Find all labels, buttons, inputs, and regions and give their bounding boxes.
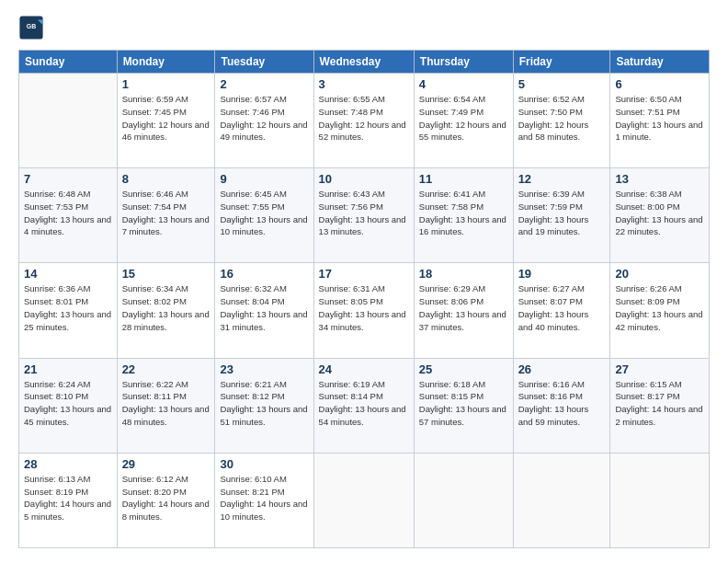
day-info: Sunrise: 6:59 AM Sunset: 7:45 PM Dayligh… [122,93,210,144]
day-info: Sunrise: 6:38 AM Sunset: 8:00 PM Dayligh… [615,188,704,238]
day-number: 23 [220,362,308,376]
calendar-week-row: 14Sunrise: 6:36 AM Sunset: 8:01 PM Dayli… [19,263,710,358]
calendar-cell: 6Sunrise: 6:50 AM Sunset: 7:51 PM Daylig… [610,74,710,168]
calendar-day-header: Friday [513,51,610,74]
day-info: Sunrise: 6:10 AM Sunset: 8:21 PM Dayligh… [220,473,308,523]
day-info: Sunrise: 6:36 AM Sunset: 8:01 PM Dayligh… [24,282,112,333]
calendar-cell: 18Sunrise: 6:29 AM Sunset: 8:06 PM Dayli… [414,263,513,358]
day-number: 16 [220,267,308,281]
calendar-cell: 17Sunrise: 6:31 AM Sunset: 8:05 PM Dayli… [313,263,414,358]
day-info: Sunrise: 6:41 AM Sunset: 7:58 PM Dayligh… [419,188,508,238]
calendar-day-header: Monday [117,51,215,74]
calendar-cell: 1Sunrise: 6:59 AM Sunset: 7:45 PM Daylig… [117,74,215,168]
calendar-table: SundayMondayTuesdayWednesdayThursdayFrid… [18,50,710,548]
calendar-cell: 4Sunrise: 6:54 AM Sunset: 7:49 PM Daylig… [414,74,513,168]
calendar-cell: 20Sunrise: 6:26 AM Sunset: 8:09 PM Dayli… [610,263,710,358]
day-number: 24 [319,362,409,376]
day-info: Sunrise: 6:21 AM Sunset: 8:12 PM Dayligh… [220,378,308,429]
day-info: Sunrise: 6:31 AM Sunset: 8:05 PM Dayligh… [319,282,409,333]
day-info: Sunrise: 6:46 AM Sunset: 7:54 PM Dayligh… [122,188,210,238]
calendar-cell [610,453,710,547]
day-number: 9 [220,172,308,186]
calendar-cell: 29Sunrise: 6:12 AM Sunset: 8:20 PM Dayli… [117,453,215,547]
calendar-cell: 16Sunrise: 6:32 AM Sunset: 8:04 PM Dayli… [215,263,313,358]
day-info: Sunrise: 6:45 AM Sunset: 7:55 PM Dayligh… [220,188,308,238]
day-number: 4 [419,77,508,91]
day-number: 20 [615,267,704,281]
day-number: 26 [518,362,606,376]
day-number: 2 [220,77,308,91]
calendar-cell: 5Sunrise: 6:52 AM Sunset: 7:50 PM Daylig… [513,74,610,168]
day-number: 13 [615,172,704,186]
calendar-cell [313,453,414,547]
day-info: Sunrise: 6:19 AM Sunset: 8:14 PM Dayligh… [319,378,409,429]
calendar-day-header: Sunday [19,51,118,74]
day-info: Sunrise: 6:57 AM Sunset: 7:46 PM Dayligh… [220,93,308,144]
day-info: Sunrise: 6:50 AM Sunset: 7:51 PM Dayligh… [615,93,704,144]
calendar-cell: 25Sunrise: 6:18 AM Sunset: 8:15 PM Dayli… [414,358,513,453]
day-number: 3 [319,77,409,91]
day-number: 7 [24,172,112,186]
day-info: Sunrise: 6:13 AM Sunset: 8:19 PM Dayligh… [24,473,112,523]
calendar-cell: 8Sunrise: 6:46 AM Sunset: 7:54 PM Daylig… [117,168,215,263]
day-info: Sunrise: 6:24 AM Sunset: 8:10 PM Dayligh… [24,378,112,429]
day-number: 10 [319,172,409,186]
calendar-cell: 22Sunrise: 6:22 AM Sunset: 8:11 PM Dayli… [117,358,215,453]
day-info: Sunrise: 6:54 AM Sunset: 7:49 PM Dayligh… [419,93,508,144]
calendar-week-row: 7Sunrise: 6:48 AM Sunset: 7:53 PM Daylig… [19,168,710,263]
day-number: 1 [122,77,210,91]
calendar-cell: 10Sunrise: 6:43 AM Sunset: 7:56 PM Dayli… [313,168,414,263]
page: GB SundayMondayTuesdayWednesdayThursdayF… [0,0,728,563]
logo: GB [18,15,48,40]
day-number: 18 [419,267,508,281]
day-info: Sunrise: 6:43 AM Sunset: 7:56 PM Dayligh… [319,188,409,238]
day-info: Sunrise: 6:12 AM Sunset: 8:20 PM Dayligh… [122,473,210,523]
calendar-cell [414,453,513,547]
calendar-week-row: 21Sunrise: 6:24 AM Sunset: 8:10 PM Dayli… [19,358,710,453]
day-number: 30 [220,457,308,471]
calendar-cell: 2Sunrise: 6:57 AM Sunset: 7:46 PM Daylig… [215,74,313,168]
logo-icon: GB [18,15,44,40]
day-number: 22 [122,362,210,376]
calendar-day-header: Wednesday [313,51,414,74]
calendar-week-row: 1Sunrise: 6:59 AM Sunset: 7:45 PM Daylig… [19,74,710,168]
calendar-cell [19,74,118,168]
day-info: Sunrise: 6:29 AM Sunset: 8:06 PM Dayligh… [419,282,508,333]
calendar-week-row: 28Sunrise: 6:13 AM Sunset: 8:19 PM Dayli… [19,453,710,547]
calendar-day-header: Saturday [610,51,710,74]
day-number: 14 [24,267,112,281]
calendar-cell: 11Sunrise: 6:41 AM Sunset: 7:58 PM Dayli… [414,168,513,263]
day-number: 27 [615,362,704,376]
day-number: 17 [319,267,409,281]
day-info: Sunrise: 6:16 AM Sunset: 8:16 PM Dayligh… [518,378,606,429]
day-info: Sunrise: 6:34 AM Sunset: 8:02 PM Dayligh… [122,282,210,333]
calendar-day-header: Thursday [414,51,513,74]
calendar-cell: 7Sunrise: 6:48 AM Sunset: 7:53 PM Daylig… [19,168,118,263]
calendar-cell [513,453,610,547]
calendar-day-header: Tuesday [215,51,313,74]
calendar-cell: 21Sunrise: 6:24 AM Sunset: 8:10 PM Dayli… [19,358,118,453]
day-number: 8 [122,172,210,186]
day-number: 11 [419,172,508,186]
calendar-cell: 14Sunrise: 6:36 AM Sunset: 8:01 PM Dayli… [19,263,118,358]
calendar-cell: 19Sunrise: 6:27 AM Sunset: 8:07 PM Dayli… [513,263,610,358]
day-number: 29 [122,457,210,471]
calendar-cell: 30Sunrise: 6:10 AM Sunset: 8:21 PM Dayli… [215,453,313,547]
day-info: Sunrise: 6:27 AM Sunset: 8:07 PM Dayligh… [518,282,606,333]
day-number: 21 [24,362,112,376]
day-info: Sunrise: 6:48 AM Sunset: 7:53 PM Dayligh… [24,188,112,238]
calendar-cell: 27Sunrise: 6:15 AM Sunset: 8:17 PM Dayli… [610,358,710,453]
day-info: Sunrise: 6:18 AM Sunset: 8:15 PM Dayligh… [419,378,508,429]
calendar-cell: 26Sunrise: 6:16 AM Sunset: 8:16 PM Dayli… [513,358,610,453]
calendar-cell: 28Sunrise: 6:13 AM Sunset: 8:19 PM Dayli… [19,453,118,547]
day-info: Sunrise: 6:52 AM Sunset: 7:50 PM Dayligh… [518,93,606,144]
day-number: 28 [24,457,112,471]
day-number: 15 [122,267,210,281]
calendar-cell: 12Sunrise: 6:39 AM Sunset: 7:59 PM Dayli… [513,168,610,263]
header: GB [18,15,710,40]
calendar-cell: 24Sunrise: 6:19 AM Sunset: 8:14 PM Dayli… [313,358,414,453]
calendar-cell: 9Sunrise: 6:45 AM Sunset: 7:55 PM Daylig… [215,168,313,263]
calendar-header-row: SundayMondayTuesdayWednesdayThursdayFrid… [19,51,710,74]
day-info: Sunrise: 6:22 AM Sunset: 8:11 PM Dayligh… [122,378,210,429]
day-number: 6 [615,77,704,91]
